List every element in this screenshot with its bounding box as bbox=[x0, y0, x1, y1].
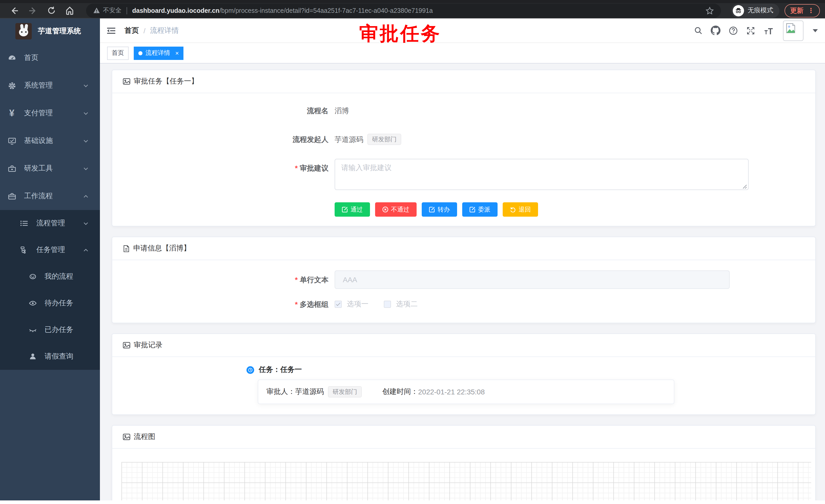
yen-icon: ¥ bbox=[7, 108, 16, 118]
card-title: 流程图 bbox=[134, 432, 155, 441]
sidebar-collapse-icon[interactable] bbox=[106, 25, 116, 35]
chevron-up-icon bbox=[83, 193, 89, 199]
flow-chart-card: 流程图 bbox=[112, 425, 816, 500]
suggestion-textarea[interactable] bbox=[334, 159, 749, 190]
url-bar[interactable]: 不安全 dashboard.yudao.iocoder.cn/bpm/proce… bbox=[86, 3, 721, 18]
tab-label: 流程详情 bbox=[146, 49, 170, 57]
chevron-down-icon bbox=[83, 110, 89, 116]
field-label: 流程名 bbox=[123, 101, 334, 120]
help-icon[interactable] bbox=[729, 26, 738, 35]
url-text: dashboard.yudao.iocoder.cn/bpm/process-i… bbox=[132, 7, 433, 14]
tab-home[interactable]: 首页 bbox=[107, 47, 129, 60]
edit-icon bbox=[469, 206, 475, 213]
avatar[interactable] bbox=[783, 20, 804, 41]
dashboard-icon bbox=[7, 54, 16, 62]
form-row-text: 单行文本 bbox=[123, 270, 805, 289]
toolbox-icon bbox=[7, 164, 16, 173]
form-row-initiator: 流程发起人 芋道源码 研发部门 bbox=[123, 130, 805, 149]
github-icon[interactable] bbox=[711, 26, 721, 35]
button-label: 委派 bbox=[478, 205, 491, 214]
field-label: 流程发起人 bbox=[123, 130, 334, 149]
sidebar-item-process-mgmt[interactable]: 流程管理 bbox=[0, 210, 100, 237]
sidebar-item-task-mgmt[interactable]: 任务管理 bbox=[0, 237, 100, 263]
navbar-actions bbox=[694, 20, 818, 41]
navbar: 首页 / 流程详情 bbox=[100, 18, 825, 43]
robot-icon bbox=[29, 272, 37, 281]
breadcrumb-separator: / bbox=[144, 26, 146, 34]
fullscreen-icon[interactable] bbox=[746, 26, 755, 35]
not-secure-label: 不安全 bbox=[103, 6, 122, 15]
approver-name: 芋道源码 bbox=[295, 387, 324, 397]
browser-menu-icon[interactable]: ⋮ bbox=[808, 7, 814, 14]
sidebar: 芋道管理系统 首页 系统管理 ¥ 支付管理 bbox=[0, 18, 100, 500]
sidebar-item-infra[interactable]: 基础设施 bbox=[0, 127, 100, 155]
list-icon bbox=[19, 219, 29, 228]
card-header: 审批任务【任务一】 bbox=[112, 70, 815, 93]
back-icon[interactable] bbox=[7, 3, 21, 18]
checkbox-label: 选项一 bbox=[347, 300, 368, 309]
checkbox-unchecked-icon bbox=[384, 301, 391, 308]
initiator-value: 芋道源码 研发部门 bbox=[334, 130, 401, 149]
single-line-text-input[interactable] bbox=[334, 270, 730, 289]
sidebar-item-label: 工作流程 bbox=[24, 191, 53, 201]
sidebar-item-leave-query[interactable]: 请假查询 bbox=[0, 343, 100, 370]
sidebar-item-label: 待办任务 bbox=[45, 299, 73, 308]
card-header: 申请信息【滔博】 bbox=[112, 237, 815, 260]
warning-icon bbox=[93, 7, 100, 14]
reject-button[interactable]: 不通过 bbox=[375, 202, 417, 217]
return-button[interactable]: 退回 bbox=[503, 202, 538, 217]
incognito-badge: 无痕模式 bbox=[731, 3, 779, 18]
breadcrumb-home[interactable]: 首页 bbox=[125, 26, 139, 35]
main-area: 审批任务 首页 / 流程详情 bbox=[100, 18, 825, 500]
incognito-label: 无痕模式 bbox=[748, 6, 773, 15]
search-icon[interactable] bbox=[694, 26, 702, 35]
checkbox-checked-icon bbox=[334, 301, 342, 308]
sidebar-item-system[interactable]: 系统管理 bbox=[0, 72, 100, 99]
card-body: 流程名 滔博 流程发起人 芋道源码 研发部门 审批建议 bbox=[112, 93, 815, 226]
tab-close-icon[interactable]: × bbox=[175, 50, 179, 57]
checkbox-option-1[interactable]: 选项一 bbox=[334, 300, 368, 309]
chevron-down-icon bbox=[83, 138, 89, 144]
bookmark-star-icon[interactable] bbox=[705, 6, 714, 15]
screen: 不安全 dashboard.yudao.iocoder.cn/bpm/proce… bbox=[0, 0, 825, 504]
created-time: 2022-01-21 22:35:08 bbox=[418, 388, 485, 396]
sidebar-item-home[interactable]: 首页 bbox=[0, 44, 100, 72]
gear-icon bbox=[7, 81, 16, 90]
reload-icon[interactable] bbox=[44, 3, 58, 18]
suggestion-field-wrap bbox=[334, 159, 749, 192]
dept-tag: 研发部门 bbox=[367, 134, 401, 145]
delegate-button[interactable]: 委派 bbox=[462, 202, 498, 217]
sidebar-item-my-process[interactable]: 我的流程 bbox=[0, 263, 100, 290]
approval-actions: 通过 不通过 转办 委 bbox=[334, 202, 805, 217]
breadcrumb-current: 流程详情 bbox=[150, 26, 179, 35]
sidebar-item-pay[interactable]: ¥ 支付管理 bbox=[0, 99, 100, 127]
checkbox-label: 选项二 bbox=[396, 300, 418, 309]
bpmn-canvas[interactable] bbox=[122, 462, 811, 500]
card-header: 审批记录 bbox=[112, 334, 815, 357]
forward-icon[interactable] bbox=[26, 3, 40, 18]
approve-button[interactable]: 通过 bbox=[334, 202, 370, 217]
approval-task-card: 审批任务【任务一】 流程名 滔博 流程发起人 芋道源码 研发部门 bbox=[112, 70, 816, 226]
chevron-down-icon bbox=[83, 166, 89, 171]
browser-update-button[interactable]: 更新 ⋮ bbox=[784, 4, 820, 17]
tab-process-detail[interactable]: 流程详情 × bbox=[134, 47, 183, 60]
dept-tag: 研发部门 bbox=[328, 386, 362, 398]
avatar-caret-icon[interactable] bbox=[813, 29, 818, 32]
app-logo[interactable]: 芋道管理系统 bbox=[0, 18, 100, 44]
home-icon[interactable] bbox=[63, 3, 77, 18]
sidebar-item-todo-tasks[interactable]: 待办任务 bbox=[0, 290, 100, 317]
monitor-icon bbox=[7, 137, 16, 145]
button-label: 退回 bbox=[519, 205, 531, 214]
url-divider bbox=[127, 7, 127, 14]
transfer-button[interactable]: 转办 bbox=[422, 202, 457, 217]
sidebar-item-devtools[interactable]: 研发工具 bbox=[0, 155, 100, 182]
sidebar-item-label: 首页 bbox=[24, 53, 39, 63]
checkbox-option-2[interactable]: 选项二 bbox=[384, 300, 418, 309]
chevron-up-icon bbox=[83, 247, 89, 253]
font-size-icon[interactable] bbox=[763, 26, 774, 35]
sidebar-item-done-tasks[interactable]: 已办任务 bbox=[0, 317, 100, 343]
page-content: 审批任务【任务一】 流程名 滔博 流程发起人 芋道源码 研发部门 bbox=[100, 64, 825, 500]
not-secure-badge[interactable]: 不安全 bbox=[93, 6, 122, 15]
update-label: 更新 bbox=[790, 6, 804, 15]
sidebar-item-workflow[interactable]: 工作流程 bbox=[0, 182, 100, 210]
